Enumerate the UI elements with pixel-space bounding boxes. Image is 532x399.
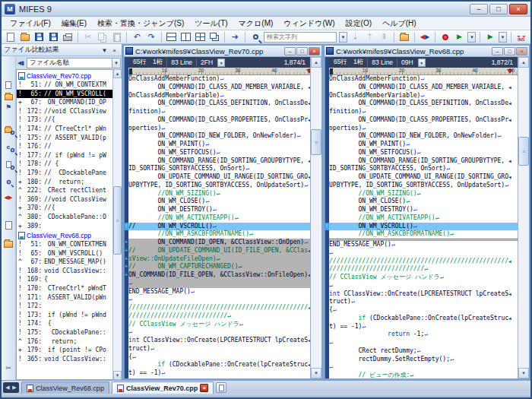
editor-titlebar[interactable]: C:¥work¥mifes9¥ClassView_Rev68.cpp – □ × xyxy=(325,46,529,57)
diff-list-item[interactable]: !51: ON_WM_CONTEXTMEN xyxy=(17,240,112,249)
code-line[interactable]: ON_COMMAND(ID_CLASS_DEFINITION, OnClassD… xyxy=(329,100,518,108)
editor-scrollbar[interactable]: ▲ ▼ xyxy=(518,57,529,378)
diff-list-item[interactable]: ^176: return; xyxy=(17,337,112,347)
scroll-down-icon[interactable]: ▼ xyxy=(518,368,529,378)
diff-list-item[interactable]: +67: ON_COMMAND(ID_OP xyxy=(17,98,112,107)
close-button[interactable]: × xyxy=(509,4,527,14)
code-line[interactable]: // CClassView メッセージ ハンドラ↵ xyxy=(329,274,518,282)
restore-button[interactable]: □ xyxy=(296,47,308,55)
list-scrollbar[interactable]: ▲ ▼ xyxy=(112,69,122,380)
code-line[interactable]: UPBYTYPE, ID_SORTING_SORTBYACCESS, OnUpd… xyxy=(128,182,310,190)
code-line[interactable]: //ON_WM_SIZING()↵ xyxy=(128,190,310,198)
diff-list-item[interactable]: !172://void CClassView xyxy=(17,107,112,116)
minimize-button[interactable]: – xyxy=(284,47,296,55)
paste-icon[interactable] xyxy=(111,31,123,43)
code-line[interactable]: //////////////////////////↵ xyxy=(329,265,518,274)
diff-list-item[interactable]: !177:// if (pWnd != pW xyxy=(17,151,112,160)
code-line[interactable]: ON_WM_DESTROY()↵ xyxy=(128,206,310,214)
code-line[interactable]: // ON_WM_CAPTURECHANGED()↵ xyxy=(128,263,310,271)
cut-icon[interactable]: ✂ xyxy=(82,31,94,43)
scroll-up-icon[interactable]: ▲ xyxy=(311,57,321,68)
sort-order-select[interactable]: ファイル名順 ▼ xyxy=(27,58,121,68)
code-line[interactable]: ON_COMMAND(ID_NEW_FOLDER, OnNewFolder)↵ xyxy=(329,132,518,141)
code-line[interactable]: ON_WM_CLOSE()↵ xyxy=(329,198,518,206)
code-line[interactable]: END_MESSAGE_MAP()↵ xyxy=(128,288,310,296)
tab-next-icon[interactable]: ▶ xyxy=(11,383,17,392)
panel-menu-icon[interactable]: ▼ xyxy=(100,46,109,55)
menu-item-4[interactable]: マクロ(M) xyxy=(233,17,279,30)
close-button[interactable]: × xyxy=(516,47,527,55)
diff-list-item[interactable]: ^380: CDockablePane::O xyxy=(17,213,112,222)
save-all-icon[interactable] xyxy=(47,31,59,43)
close-button[interactable]: × xyxy=(309,47,320,55)
open-folder-icon[interactable] xyxy=(3,90,14,102)
diff-list-item[interactable]: !169:{ xyxy=(17,275,112,284)
menu-item-3[interactable]: ツール(T) xyxy=(189,17,233,30)
code-line[interactable]: ON_COMMAND(ID_FILE_OPEN, &CClassView::On… xyxy=(128,271,310,280)
compare-files-icon[interactable]: ◀▶ xyxy=(419,31,431,43)
code-line[interactable]: ↵ xyxy=(329,249,518,258)
restore-button[interactable]: □ xyxy=(504,47,515,55)
diff-list-item[interactable]: !175:// ASSERT_VALID(p xyxy=(17,134,112,143)
code-line[interactable]: ON_WM_SETFOCUS()↵ xyxy=(329,149,518,157)
minimize-button[interactable]: – xyxy=(492,47,503,55)
find-in-files-icon[interactable] xyxy=(398,31,410,43)
menu-item-1[interactable]: 編集(E) xyxy=(56,17,92,30)
code-line[interactable]: //ON_WM_ASKCBFORMATNAME()↵ xyxy=(329,230,518,239)
scroll-down-icon[interactable]: ▼ xyxy=(311,368,321,378)
window-list-button[interactable] xyxy=(216,382,226,393)
diff-list-item[interactable]: !365:void CClassView:: xyxy=(17,355,112,364)
code-line[interactable]: if (CDockablePane::OnCreate(lpCreateStru… xyxy=(128,361,310,369)
diff-list-item[interactable]: !179:// CDockablePane xyxy=(17,169,112,178)
diff-list-item[interactable]: +179: if (point != CPo xyxy=(17,346,112,355)
code-line[interactable]: CRect rectDummy;↵ xyxy=(329,347,518,356)
code-line[interactable]: operties)↵ xyxy=(128,125,310,133)
code-area[interactable]: OnClassAddMemberFunction)↵ ON_COMMAND(ID… xyxy=(329,75,518,378)
compare-result-icon[interactable] xyxy=(3,79,14,90)
code-line[interactable]: END_MESSAGE_MAP()↵ xyxy=(329,241,518,249)
code-line[interactable]: ID_SORTING_SORTBYACCESS, OnSort)↵ xyxy=(128,165,310,173)
code-line[interactable]: // ON_WM_VSCROLL()↵ xyxy=(128,223,310,231)
status-dropdown-icon[interactable]: ▼ xyxy=(418,59,426,67)
document-tab-1[interactable]: ClassView_Rev70.cpp× xyxy=(112,382,214,394)
code-line[interactable]: ON_COMMAND(ID_OPEN, &CClassView::OnOpen)… xyxy=(128,239,310,247)
code-line[interactable]: //ON_WM_ASKCBFORMATNAME()↵ xyxy=(128,230,310,239)
play-macro-icon[interactable]: ▶ xyxy=(454,31,466,43)
flag-icon[interactable]: ⚑ xyxy=(3,102,14,113)
code-line[interactable]: // CClassView メッセージ ハンドラ↵ xyxy=(128,321,310,329)
diff-list-item[interactable]: !172: xyxy=(17,302,112,311)
code-line[interactable]: ///////////////////////////↵ xyxy=(128,312,310,321)
code-line[interactable]: rectDummy.SetRectEmpty();↵ xyxy=(329,356,518,364)
open-file-icon[interactable] xyxy=(19,31,31,43)
search-input[interactable] xyxy=(264,32,337,43)
code-line[interactable]: ↵ xyxy=(329,339,518,347)
scroll-down-icon[interactable]: ▼ xyxy=(113,371,122,380)
diff-list-item[interactable]: !174: { xyxy=(17,319,112,328)
menu-item-5[interactable]: ウィンドウ(W) xyxy=(278,17,340,30)
diff-list-item[interactable]: ^222: CRect rectClient xyxy=(17,186,112,195)
code-line[interactable]: ON_UPDATE_COMMAND_UI_RANGE(ID_SORTING_GR… xyxy=(128,173,310,182)
code-line[interactable]: ON_COMMAND(ID_CLASS_ADD_MEMBER_VARIABLE,… xyxy=(128,84,310,92)
code-line[interactable]: UPBYTYPE, ID_SORTING_SORTBYACCESS, OnUpd… xyxy=(329,182,518,190)
code-line[interactable]: //ON_WM_SIZING()↵ xyxy=(329,190,518,198)
scroll-up-icon[interactable]: ▲ xyxy=(113,69,122,78)
find-up-icon[interactable]: ⇡ xyxy=(364,31,376,43)
menu-item-2[interactable]: 検索・置換・ジャンプ(S) xyxy=(92,17,189,30)
diff-list-item[interactable]: !170: CTreeCtrl* pWndT xyxy=(17,284,112,293)
menu-item-6[interactable]: 設定(O) xyxy=(340,17,377,30)
record-macro-icon[interactable] xyxy=(439,31,451,43)
editor-scrollbar[interactable]: ▲ ▼ xyxy=(310,57,321,378)
code-line[interactable]: finition)↵ xyxy=(329,108,518,116)
code-line[interactable]: truct)↵ xyxy=(128,345,310,353)
code-line[interactable]: int CClassView::OnCreate(LPCREATESTRUCT … xyxy=(128,337,310,345)
find-in-folder-icon[interactable] xyxy=(3,124,14,135)
code-line[interactable]: ON_WM_CLOSE()↵ xyxy=(128,198,310,206)
menu-item-7[interactable]: ヘルプ(H) xyxy=(377,17,422,30)
compare-jump-icon[interactable]: ◀▶ xyxy=(3,192,14,203)
code-line[interactable]: ON_COMMAND(ID_CLASS_DEFINITION, OnClassD… xyxy=(128,100,310,108)
undo-icon[interactable]: ↶ xyxy=(131,31,143,43)
code-line[interactable]: // ビューの作成:↵ xyxy=(329,372,518,378)
column-ruler[interactable]: 1020304050 xyxy=(329,68,518,75)
code-area[interactable]: OnClassAddMemberFunction)↵ ON_COMMAND(ID… xyxy=(128,75,310,378)
code-line[interactable]: ↵ xyxy=(329,282,518,290)
